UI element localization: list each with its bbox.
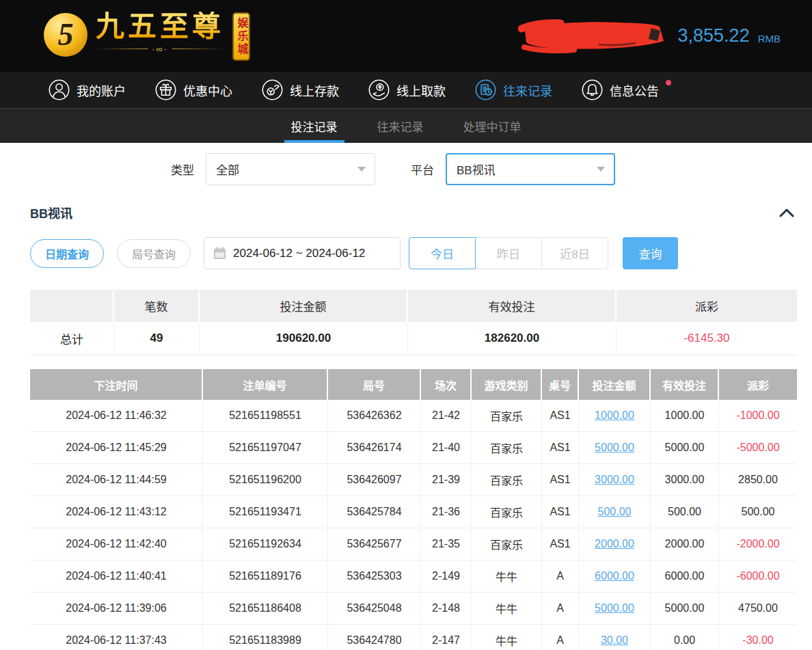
logo-badge: 娱乐城 [232, 12, 250, 61]
table-header-cell: 派彩 [719, 369, 797, 400]
bet-amount-link[interactable]: 5000.00 [579, 432, 651, 463]
nav-item-label: 我的账户 [77, 81, 126, 99]
bet-amount-link[interactable]: 30.00 [579, 625, 651, 650]
bet-amount-link[interactable]: 2000.00 [579, 528, 651, 560]
summary-total-label: 总计 [30, 322, 114, 355]
tab-2[interactable]: 处理中订单 [462, 109, 523, 143]
bell-icon [581, 79, 604, 101]
payout-cell: 2850.00 [719, 464, 797, 496]
table-cell: 2024-06-12 11:37:43 [30, 625, 203, 650]
records-icon [474, 79, 497, 101]
summary-header-cell: 派彩 [617, 290, 797, 322]
table-cell: AS1 [542, 464, 579, 496]
bet-amount-link[interactable]: 5000.00 [579, 593, 651, 624]
redacted-username-scribble [518, 16, 670, 56]
filter-row: 类型 全部 平台 BB视讯 [171, 153, 812, 185]
table-cell: AS1 [542, 432, 579, 463]
table-header-cell: 有效投注 [651, 369, 719, 400]
table-cell: 536424780 [328, 625, 421, 650]
table-cell: 6000.00 [651, 560, 719, 592]
table-cell: AS1 [542, 400, 579, 431]
balance-amount: 3,855.22 [678, 25, 750, 46]
table-cell: 536426174 [328, 432, 421, 463]
date-query-button[interactable]: 日期查询 [30, 239, 104, 268]
nav-item-deposit[interactable]: 线上存款 [261, 79, 339, 101]
tab-0[interactable]: 投注记录 [290, 109, 339, 143]
nav-item-user[interactable]: 我的账户 [48, 79, 126, 101]
table-row: 2024-06-12 11:45:29521651197047536426174… [30, 432, 797, 464]
bet-table-header: 下注时间注单编号局号场次游戏类别桌号投注金额有效投注派彩 [30, 369, 797, 400]
quick-date-button-1[interactable]: 昨日 [475, 237, 542, 269]
table-cell: AS1 [542, 496, 579, 528]
table-cell: 21-42 [421, 400, 472, 431]
bet-amount-link[interactable]: 500.00 [579, 496, 651, 528]
search-button[interactable]: 查询 [623, 237, 678, 269]
content: 类型 全部 平台 BB视讯 BB视讯 日期查询 局号查询 [0, 153, 812, 650]
table-cell: 牛牛 [472, 593, 542, 624]
collapse-section-button[interactable] [779, 208, 794, 217]
logo-monogram-icon: 5 [44, 13, 87, 57]
table-cell: 536425784 [328, 496, 421, 528]
quick-date-button-0[interactable]: 今日 [409, 237, 476, 269]
platform-select[interactable]: BB视讯 [446, 153, 615, 185]
summary-header-cell: 笔数 [114, 290, 200, 322]
record-tabbar: 投注记录往来记录处理中订单 [0, 109, 812, 143]
table-header-cell: 游戏类别 [472, 369, 542, 400]
summary-header-cell: 投注金额 [200, 290, 408, 322]
nav-item-label: 往来记录 [503, 81, 552, 99]
table-header-cell: 投注金额 [579, 369, 651, 400]
quick-date-button-2[interactable]: 近8日 [541, 237, 608, 269]
table-cell: 2-147 [421, 625, 472, 650]
payout-cell: 500.00 [719, 496, 797, 528]
table-cell: 21-39 [421, 464, 472, 496]
date-range-input[interactable]: 2024-06-12 ~ 2024-06-12 [204, 237, 401, 269]
site-header: 5 九五至尊 ·∞· 娱乐城 3,855.22 RMB [0, 0, 812, 72]
table-cell: 2024-06-12 11:42:40 [30, 528, 203, 560]
table-cell: A [542, 625, 579, 650]
nav-item-label: 信息公告 [610, 81, 659, 99]
bet-amount-link[interactable]: 3000.00 [579, 464, 651, 496]
user-icon [48, 79, 70, 101]
table-cell: AS1 [542, 528, 579, 560]
table-cell: 521651197047 [203, 432, 328, 463]
logo[interactable]: 5 九五至尊 ·∞· 娱乐城 [44, 12, 250, 61]
table-cell: 2024-06-12 11:39:06 [30, 593, 203, 624]
table-cell: 2024-06-12 11:40:41 [30, 560, 203, 592]
round-query-button[interactable]: 局号查询 [117, 239, 191, 268]
balance-area: 3,855.22 RMB [518, 16, 781, 56]
type-select[interactable]: 全部 [206, 153, 375, 185]
nav-item-withdraw[interactable]: 线上取款 [368, 79, 446, 101]
summary-header-row: 笔数投注金额有效投注派彩 [30, 290, 797, 322]
platform-section-header: BB视讯 [30, 204, 794, 221]
table-cell: 2-148 [421, 593, 472, 624]
table-cell: 521651193471 [203, 496, 328, 528]
bet-amount-link[interactable]: 6000.00 [579, 560, 651, 592]
summary-count: 49 [114, 322, 200, 355]
table-cell: 5000.00 [651, 432, 719, 463]
table-cell: 521651198551 [203, 400, 328, 431]
deposit-icon [261, 79, 284, 101]
table-cell: 牛牛 [472, 560, 542, 592]
table-row: 2024-06-12 11:42:40521651192634536425677… [30, 528, 797, 560]
table-header-cell: 下注时间 [30, 369, 203, 400]
summary-header-cell [30, 290, 114, 322]
tab-1[interactable]: 往来记录 [376, 109, 425, 143]
nav-item-records[interactable]: 往来记录 [474, 79, 552, 101]
table-header-cell: 场次 [421, 369, 472, 400]
main-nav: 我的账户优惠中心线上存款线上取款往来记录信息公告 [0, 72, 812, 109]
table-cell: 百家乐 [472, 464, 542, 496]
table-cell: 536426097 [328, 464, 421, 496]
table-cell: 536425048 [328, 593, 421, 624]
summary-total-row: 总计 49 190620.00 182620.00 -6145.30 [30, 322, 797, 355]
withdraw-icon [368, 79, 390, 101]
table-cell: 2000.00 [651, 528, 719, 560]
nav-item-gift[interactable]: 优惠中心 [154, 79, 232, 101]
table-cell: 521651196200 [203, 464, 328, 496]
bet-records-table: 下注时间注单编号局号场次游戏类别桌号投注金额有效投注派彩 2024-06-12 … [30, 369, 797, 650]
balance-currency: RMB [758, 27, 781, 44]
nav-item-bell[interactable]: 信息公告 [581, 79, 671, 101]
bet-amount-link[interactable]: 1000.00 [579, 400, 651, 431]
type-filter-label: 类型 [171, 161, 194, 178]
summary-table: 笔数投注金额有效投注派彩 总计 49 190620.00 182620.00 -… [30, 290, 797, 355]
nav-item-label: 线上取款 [396, 81, 446, 99]
